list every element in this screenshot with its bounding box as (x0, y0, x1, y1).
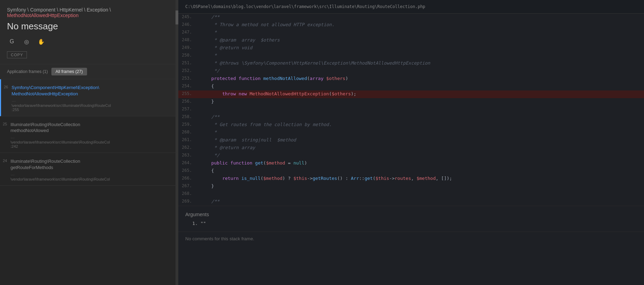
line-content: /** (198, 114, 644, 121)
frame-number: 26 (4, 85, 8, 89)
code-line: 264. public function get($method = null) (178, 160, 644, 167)
scrollbar-thumb[interactable] (176, 10, 178, 24)
code-line-highlighted: 255. throw new MethodNotAllowedHttpExcep… (178, 90, 644, 98)
tab-app-frames[interactable]: Application frames (1) (7, 69, 48, 74)
line-content: /** (198, 14, 644, 21)
frame-item[interactable]: 24 Illuminate\Routing\RouteCollection ge… (0, 153, 178, 186)
no-comments: No comments for this stack frame. (178, 232, 644, 246)
tab-all-frames[interactable]: All frames (27) (51, 68, 87, 75)
code-line: 262. * @return array (178, 144, 644, 152)
line-content: { (198, 167, 644, 175)
google-icon[interactable]: G (7, 37, 17, 46)
line-number: 256. (178, 98, 198, 106)
line-number: 262. (178, 144, 198, 152)
line-number: 246. (178, 21, 198, 29)
line-content: { (198, 83, 644, 90)
frame-number: 24 (3, 159, 7, 163)
frame-tabs: Application frames (1) All frames (27) (0, 64, 178, 79)
frame-item[interactable]: 25 Illuminate\Routing\RouteCollection me… (0, 116, 178, 153)
frame-method: MethodNotAllowedHttpException (8, 91, 171, 96)
code-line: 252. */ (178, 67, 644, 75)
code-line: 256. } (178, 98, 644, 106)
line-content: */ (198, 152, 644, 160)
line-number: 255. (178, 90, 198, 98)
frame-file: \vendor\laravel\framework\src\Illuminate… (8, 103, 171, 112)
line-content: } (198, 98, 644, 106)
file-path: C:\OSPanel\domains\blog.loc\vendor\larav… (178, 0, 644, 14)
argument-number: 1. (192, 221, 198, 226)
line-content: * @param array $others (198, 37, 644, 44)
line-content: * Throw a method not allowed HTTP except… (198, 21, 644, 29)
line-number: 261. (178, 137, 198, 144)
code-line: 269. /** (178, 198, 644, 206)
line-number: 250. (178, 52, 198, 60)
line-content: /** (198, 198, 644, 206)
line-number: 252. (178, 67, 198, 75)
line-content (198, 106, 644, 114)
code-line: 263. */ (178, 152, 644, 160)
frame-number: 25 (3, 122, 7, 126)
frame-dots: … (7, 134, 171, 139)
line-content: * @throws \Symfony\Component\HttpKernel\… (198, 60, 644, 67)
line-number: 254. (178, 83, 198, 90)
frame-item[interactable]: 26 Symfony\Component\HttpKernel\Exceptio… (0, 79, 178, 116)
frame-list[interactable]: 26 Symfony\Component\HttpKernel\Exceptio… (0, 79, 178, 285)
exception-header: Symfony \ Component \ HttpKernel \ Excep… (0, 0, 178, 64)
exception-path: Symfony \ Component \ HttpKernel \ Excep… (7, 7, 171, 18)
line-content: * @return void (198, 44, 644, 52)
stackoverflow-icon[interactable]: ◎ (22, 37, 31, 46)
argument-value: 1. "" (192, 221, 637, 226)
code-line: 265. { (178, 167, 644, 175)
code-line: 250. * (178, 52, 644, 60)
exception-class: MethodNotAllowedHttpException (7, 13, 79, 18)
left-panel: Symfony \ Component \ HttpKernel \ Excep… (0, 0, 178, 285)
code-line: 248. * @param array $others (178, 37, 644, 44)
line-number: 266. (178, 175, 198, 183)
line-number: 258. (178, 114, 198, 121)
code-line: 258. /** (178, 114, 644, 121)
line-number: 253. (178, 75, 198, 83)
line-number: 248. (178, 37, 198, 44)
code-line: 246. * Throw a method not allowed HTTP e… (178, 21, 644, 29)
line-number: 249. (178, 44, 198, 52)
line-content: * (198, 29, 644, 37)
code-area[interactable]: 245. /** 246. * Throw a method not allow… (178, 14, 644, 285)
line-number: 251. (178, 60, 198, 67)
scrollbar[interactable] (176, 0, 178, 285)
line-content: * @return array (198, 144, 644, 152)
line-content: * (198, 52, 644, 60)
arguments-title: Arguments (185, 212, 637, 217)
share-icon[interactable]: ✋ (36, 37, 46, 46)
frame-dots: … (8, 98, 171, 103)
line-number: 268. (178, 190, 198, 198)
code-line: 251. * @throws \Symfony\Component\HttpKe… (178, 60, 644, 67)
line-content: * (198, 129, 644, 137)
line-number: 247. (178, 29, 198, 37)
line-number: 267. (178, 183, 198, 190)
exception-path-text: Symfony \ Component \ HttpKernel \ Excep… (7, 7, 111, 13)
exception-message: No message (7, 21, 171, 32)
line-content: public function get($method = null) (198, 160, 644, 167)
code-line: 266. return is_null($method) ? $this->ge… (178, 175, 644, 183)
frame-file: \vendor\laravel\framework\src\Illuminate… (7, 177, 171, 181)
frame-class: Symfony\Component\HttpKernel\Exception\ (8, 84, 171, 91)
frame-class: Illuminate\Routing\RouteCollection (7, 121, 171, 128)
line-number: 245. (178, 14, 198, 21)
frame-dots: … (7, 171, 171, 176)
line-content: } (198, 183, 644, 190)
line-number: 259. (178, 121, 198, 129)
line-number: 264. (178, 160, 198, 167)
line-number: 260. (178, 129, 198, 137)
frame-method: methodNotAllowed (7, 128, 171, 133)
line-content: * Get routes from the collection by meth… (198, 121, 644, 129)
copy-button[interactable]: COPY (7, 51, 27, 58)
frame-method: getRouteForMethods (7, 165, 171, 170)
code-line: 247. * (178, 29, 644, 37)
right-panel: C:\OSPanel\domains\blog.loc\vendor\larav… (178, 0, 644, 285)
arguments-section: Arguments 1. "" (178, 206, 644, 232)
code-line: 245. /** (178, 14, 644, 21)
line-number: 257. (178, 106, 198, 114)
line-number: 265. (178, 167, 198, 175)
code-line: 268. (178, 190, 644, 198)
code-line: 249. * @return void (178, 44, 644, 52)
